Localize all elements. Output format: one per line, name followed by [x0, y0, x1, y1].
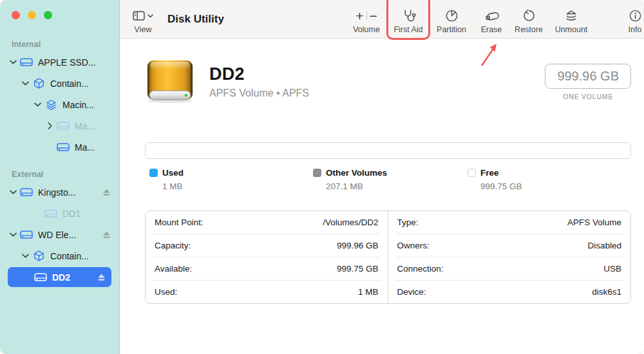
- sidebar-item-apple-ssd[interactable]: APPLE SSD...: [0, 51, 119, 73]
- first-aid-label: First Aid: [393, 26, 422, 35]
- other-volumes-color-swatch: [313, 169, 321, 177]
- legend-used: Used 1 MB: [149, 168, 313, 191]
- legend-value: 1 MB: [162, 182, 313, 191]
- view-label: View: [135, 26, 152, 35]
- detail-label: Mount Point:: [155, 218, 204, 227]
- detail-value: 1 MB: [358, 287, 379, 297]
- detail-value: /Volumes/DD2: [323, 218, 378, 227]
- detail-label: Type:: [397, 218, 419, 227]
- volume-stack-icon: [44, 100, 57, 110]
- sidebar-item-wd-elements[interactable]: WD Ele...: [0, 224, 119, 245]
- sidebar-item-macintosh-volume-faded[interactable]: Ma...: [0, 115, 119, 136]
- stethoscope-icon: [401, 7, 416, 24]
- eject-icon[interactable]: [97, 274, 106, 281]
- external-drive-icon: [20, 187, 33, 197]
- detail-value: Disabled: [587, 241, 621, 250]
- sidebar-item-dd2-selected[interactable]: DD2: [8, 267, 111, 287]
- sidebar-item-label: Macin...: [62, 100, 94, 110]
- detail-label: Used:: [155, 287, 177, 297]
- chevron-down-icon[interactable]: [8, 232, 18, 237]
- unmount-button[interactable]: Unmount: [551, 0, 591, 38]
- free-color-swatch: [468, 169, 476, 177]
- volume-subtitle: APFS Volume • APFS: [209, 88, 309, 99]
- storage-usage-bar: [145, 142, 631, 159]
- detail-row-connection: Connection: USB: [395, 257, 624, 281]
- volume-header: DD2 APFS Volume • APFS 999.96 GB ONE VOL…: [145, 60, 631, 104]
- capacity-caption: ONE VOLUME: [563, 93, 613, 100]
- sidebar-section-external: External: [12, 170, 119, 179]
- detail-row-type: Type: APFS Volume: [395, 211, 624, 234]
- erase-button[interactable]: Erase: [477, 0, 506, 38]
- sidebar-item-label: Ma...: [75, 121, 95, 131]
- sidebar-layout-icon: [133, 11, 145, 21]
- sidebar-item-label: DD1: [62, 209, 80, 219]
- eraser-disk-icon: [483, 7, 500, 24]
- volume-name: DD2: [209, 64, 309, 84]
- restore-button[interactable]: Restore: [511, 0, 546, 38]
- chevron-right-icon[interactable]: [44, 122, 55, 129]
- capacity-indicator: 999.96 GB ONE VOLUME: [545, 64, 631, 100]
- details-left-column: Mount Point: /Volumes/DD2 Capacity: 999.…: [146, 211, 388, 303]
- details-right-column: Type: APFS Volume Owners: Disabled Conne…: [388, 211, 631, 303]
- eject-icon[interactable]: [102, 189, 111, 196]
- detail-row-owners: Owners: Disabled: [395, 234, 624, 257]
- info-label: Info: [629, 26, 642, 35]
- chevron-down-icon[interactable]: [32, 102, 43, 107]
- chevron-down-icon[interactable]: [8, 60, 18, 64]
- sidebar: Internal APPLE SSD... Contain... Macin..…: [0, 0, 120, 354]
- sidebar-item-container-internal[interactable]: Contain...: [0, 73, 119, 94]
- detail-label: Capacity:: [155, 241, 191, 250]
- partition-button[interactable]: Partition: [431, 0, 471, 38]
- minimize-window-button[interactable]: [28, 11, 36, 19]
- unmount-stack-icon: [564, 7, 579, 24]
- legend-label: Used: [162, 168, 184, 178]
- sidebar-item-label: Contain...: [50, 79, 89, 89]
- chevron-down-icon: [147, 14, 153, 18]
- detail-label: Available:: [155, 264, 192, 274]
- external-drive-icon: [20, 57, 33, 67]
- sidebar-item-kingston[interactable]: Kingsto...: [0, 182, 119, 203]
- sidebar-item-macintosh-hd[interactable]: Macin...: [0, 94, 119, 115]
- chevron-down-icon[interactable]: [20, 254, 30, 258]
- capacity-value: 999.96 GB: [545, 64, 631, 89]
- detail-value: disk6s1: [592, 287, 621, 297]
- legend-free: Free 999.75 GB: [468, 168, 631, 191]
- sidebar-item-label: WD Ele...: [38, 230, 76, 240]
- container-cube-icon: [32, 78, 45, 89]
- chevron-down-icon[interactable]: [20, 81, 30, 86]
- remove-volume-button[interactable]: −: [370, 8, 377, 24]
- first-aid-button[interactable]: First Aid: [390, 0, 426, 38]
- eject-icon[interactable]: [102, 231, 111, 239]
- external-drive-icon: [34, 272, 47, 282]
- info-circle-icon: [629, 7, 642, 24]
- detail-row-available: Available: 999.75 GB: [153, 257, 381, 281]
- detail-label: Device:: [397, 287, 426, 297]
- info-button[interactable]: Info: [622, 0, 644, 38]
- detail-value: 999.75 GB: [337, 264, 379, 274]
- detail-row-used: Used: 1 MB: [153, 281, 381, 303]
- sidebar-item-label: APPLE SSD...: [38, 57, 95, 68]
- detail-value: APFS Volume: [567, 218, 621, 227]
- view-button[interactable]: View: [133, 0, 153, 38]
- divider: [366, 11, 367, 21]
- erase-label: Erase: [481, 26, 502, 35]
- sidebar-item-macintosh-volume[interactable]: Ma...: [0, 136, 119, 158]
- window-controls: [0, 0, 119, 19]
- zoom-window-button[interactable]: [44, 11, 52, 19]
- container-cube-icon: [32, 250, 45, 261]
- legend-other-volumes: Other Volumes 207.1 MB: [313, 168, 468, 191]
- external-drive-icon: [44, 209, 57, 218]
- window-title: Disk Utility: [167, 13, 224, 26]
- close-window-button[interactable]: [12, 11, 20, 19]
- main-panel: View Disk Utility + − Volume: [120, 0, 644, 354]
- sidebar-item-dd1[interactable]: DD1: [0, 203, 119, 224]
- chevron-down-icon[interactable]: [8, 190, 18, 194]
- toolbar-actions: + − Volume First Aid: [348, 0, 644, 38]
- legend-label: Free: [480, 168, 499, 178]
- toolbar: View Disk Utility + − Volume: [120, 0, 644, 39]
- used-color-swatch: [149, 169, 158, 177]
- detail-row-mount-point: Mount Point: /Volumes/DD2: [153, 211, 381, 234]
- add-volume-button[interactable]: +: [355, 8, 363, 24]
- volume-label: Volume: [353, 26, 380, 35]
- sidebar-item-container-external[interactable]: Contain...: [0, 245, 119, 266]
